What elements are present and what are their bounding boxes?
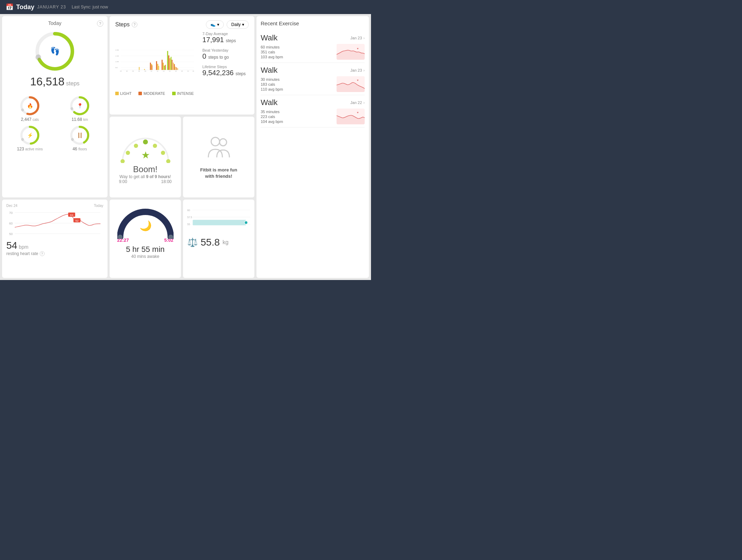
exercise-3-chevron: ›	[363, 100, 365, 105]
chevron-icon: ▾	[217, 22, 219, 27]
header-sync: Last Sync: just now	[72, 5, 108, 9]
cals-ring: 🔥	[19, 95, 40, 116]
svg-rect-51	[174, 64, 175, 70]
boom-times: 9:00 18:00	[119, 179, 172, 184]
lifetime-label: Lifetime Steps	[202, 65, 249, 69]
avg-stat: 7-Day Average 17,991 steps	[202, 32, 249, 44]
cals-value: 2,447 cals	[21, 117, 39, 122]
svg-rect-91	[193, 220, 246, 225]
steps-value: 16,518	[30, 75, 65, 88]
middle-row: ★ Boom! Way to get all 9 of 9 hours! 9:0…	[110, 117, 254, 197]
steps-count-area: 16,518 steps	[30, 75, 80, 88]
svg-text:60: 60	[9, 222, 13, 225]
steps-icon: 👣	[50, 47, 60, 56]
avg-value: 17,991 steps	[202, 36, 249, 44]
today-help-icon[interactable]: ?	[97, 20, 103, 27]
svg-text:16: 16	[169, 70, 171, 72]
exercise-item-1[interactable]: Walk Jan 23 › 60 minutes 351 cals 103 av…	[261, 31, 365, 63]
distance-ring: 📍	[69, 95, 90, 116]
svg-rect-53	[152, 65, 152, 70]
svg-text:24: 24	[193, 70, 194, 72]
friends-icons	[205, 135, 233, 163]
exercise-item-3[interactable]: Walk Jan 22 › 35 minutes 223 cals 104 av…	[261, 95, 365, 128]
sleep-arc: 🌙	[117, 204, 174, 239]
distance-value: 11.68 km	[72, 117, 88, 122]
chart-controls: 👟 ▾ Daily ▾	[206, 20, 249, 29]
hr-value-area: 54 bpm	[6, 240, 103, 251]
svg-text:52: 52	[76, 219, 79, 222]
exercise-1-date: Jan 23 ›	[350, 36, 365, 40]
hr-label: resting heart rate ?	[6, 251, 103, 256]
distance-icon: 📍	[77, 103, 83, 109]
svg-text:63: 63	[70, 214, 73, 217]
header: 📅 Today JANUARY 23 Last Sync: just now	[0, 0, 371, 14]
hr-help-icon[interactable]: ?	[40, 251, 45, 256]
hr-chart: 70 60 50 63 52	[6, 209, 103, 237]
svg-text:06: 06	[138, 70, 140, 72]
exercise-item-3-header: Walk Jan 22 ›	[261, 98, 365, 107]
steps-chart-header: Steps ? 👟 ▾ Daily ▾	[115, 20, 249, 29]
svg-point-71	[220, 139, 227, 146]
sleep-awake: 40 mins awake	[131, 254, 159, 259]
sleep-duration: 5 hr 55 min	[126, 245, 164, 254]
svg-point-63	[126, 151, 130, 155]
svg-text:57.5: 57.5	[187, 216, 192, 219]
exercise-1-spark: ♥	[337, 44, 365, 60]
svg-text:14: 14	[163, 70, 164, 72]
steps-chart-card: Steps ? 👟 ▾ Daily ▾ 2,000 1,5	[110, 16, 254, 115]
svg-text:♥: ♥	[357, 111, 359, 114]
svg-rect-49	[172, 60, 173, 70]
svg-rect-45	[167, 51, 168, 70]
sleep-card: 🌙 22:27 5:02 5 hr 55 min 40 mins awake	[110, 200, 181, 278]
svg-point-68	[166, 159, 170, 163]
hr-unit: bpm	[19, 244, 28, 250]
steps-help-icon[interactable]: ?	[132, 22, 137, 27]
period-chevron: ▾	[242, 22, 244, 27]
svg-text:20: 20	[181, 70, 183, 72]
svg-text:10: 10	[151, 70, 152, 72]
exercise-3-name: Walk	[261, 98, 278, 107]
friends-text: Fitbit is more funwith friends!	[200, 167, 237, 180]
avg-label: 7-Day Average	[202, 32, 249, 36]
exercise-1-name: Walk	[261, 33, 278, 43]
active-value: 123 active mins	[17, 146, 43, 151]
today-card-title: Today ?	[6, 20, 103, 26]
svg-rect-47	[169, 58, 170, 70]
floors-ring: 🪜	[69, 125, 90, 146]
exercise-item-2-header: Walk Jan 23 ›	[261, 66, 365, 75]
svg-rect-48	[171, 57, 171, 70]
svg-text:♥: ♥	[357, 79, 359, 82]
svg-rect-37	[144, 69, 145, 70]
svg-text:08: 08	[144, 70, 146, 72]
chart-legend: LIGHT MODERATE INTENSE	[115, 91, 194, 96]
svg-rect-57	[176, 67, 177, 70]
exercise-item-2[interactable]: Walk Jan 23 › 30 minutes 183 cals 110 av…	[261, 63, 365, 95]
today-card: Today ? 👣 16,518 steps	[2, 16, 108, 197]
weight-chart: 60 57.5 55	[187, 204, 250, 235]
steps-stats: 7-Day Average 17,991 steps Beat Yesterda…	[200, 32, 249, 96]
steps-chart-body: 2,000 1,500 1,000 500 00 02 04 06	[115, 32, 249, 96]
steps-chart-svg: 2,000 1,500 1,000 500 00 02 04 06	[115, 32, 194, 88]
header-date: JANUARY 23	[37, 5, 66, 9]
exercise-card: Recent Exercise Walk Jan 23 › 60 minutes…	[256, 16, 369, 278]
exercise-1-detail: 60 minutes 351 cals 103 avg bpm ♥	[261, 44, 365, 60]
steps-ring: 👣	[34, 30, 76, 72]
boom-title: Boom!	[133, 164, 157, 174]
exercise-2-name: Walk	[261, 66, 278, 75]
boom-subtitle: Way to get all 9 of 9 hours!	[119, 174, 171, 179]
svg-text:1,500: 1,500	[115, 55, 119, 57]
floors-icon: 🪜	[77, 132, 83, 138]
exercise-3-date: Jan 22 ›	[350, 100, 365, 105]
floors-stat: 🪜 46 floors	[56, 125, 103, 151]
period-selector[interactable]: Daily ▾	[227, 20, 249, 29]
weight-card: 60 57.5 55 ⚖️ 55.8 kg	[183, 200, 254, 278]
svg-rect-38	[150, 63, 151, 70]
bottom-middle: 🌙 22:27 5:02 5 hr 55 min 40 mins awake 6…	[110, 200, 254, 278]
svg-text:22: 22	[187, 70, 189, 72]
device-selector[interactable]: 👟 ▾	[206, 20, 224, 29]
svg-text:00: 00	[120, 70, 122, 72]
exercise-item-1-header: Walk Jan 23 ›	[261, 33, 365, 43]
svg-text:60: 60	[187, 209, 190, 211]
exercise-2-stats: 30 minutes 183 cals 110 avg bpm	[261, 77, 334, 91]
exercise-2-chevron: ›	[363, 68, 365, 72]
